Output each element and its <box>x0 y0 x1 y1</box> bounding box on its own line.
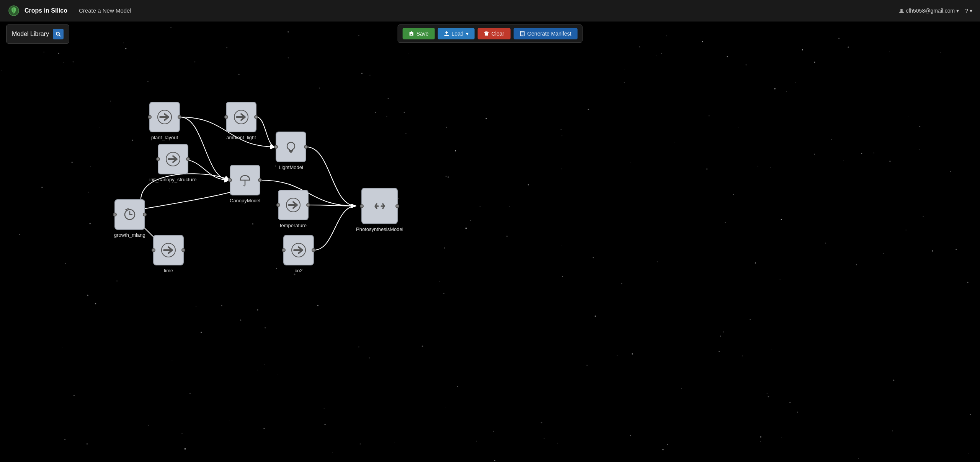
port-right-CanopyModel <box>258 178 262 182</box>
port-right-temperature <box>306 203 310 207</box>
node-box-growth_mlang <box>114 199 145 230</box>
node-label-CanopyModel: CanopyModel <box>230 198 260 203</box>
node-box-ambient_light <box>226 102 256 132</box>
port-left-ambient_light <box>224 115 228 119</box>
port-right-LightModel <box>304 145 308 149</box>
node-label-temperature: temperature <box>280 223 307 228</box>
load-dropdown-icon: ▾ <box>466 31 469 37</box>
port-right-plant_layout <box>178 115 181 119</box>
generate-manifest-button[interactable]: Generate Manifest <box>513 28 577 39</box>
port-left-temperature <box>276 203 280 207</box>
port-left-CanopyModel <box>228 178 232 182</box>
node-label-ambient_light: ambient_light <box>226 135 256 140</box>
svg-point-202 <box>56 32 59 35</box>
connections-layer <box>0 21 980 462</box>
save-button[interactable]: Save <box>403 28 435 39</box>
node-temperature[interactable]: temperature <box>278 190 309 228</box>
node-CanopyModel[interactable]: CanopyModel <box>230 165 260 203</box>
port-left-co2 <box>282 248 286 252</box>
node-box-co2 <box>283 235 314 265</box>
svg-rect-204 <box>485 33 488 36</box>
node-growth_mlang[interactable]: growth_mlang <box>114 199 145 238</box>
port-right-time <box>181 248 185 252</box>
model-library-title: Model Library <box>12 31 49 37</box>
node-label-co2: co2 <box>295 268 303 273</box>
port-right-init_canopy_structure <box>186 157 190 161</box>
app-name: Crops in Silico <box>24 7 67 14</box>
node-box-CanopyModel <box>230 165 260 195</box>
port-right-co2 <box>312 248 315 252</box>
upload-icon <box>444 31 449 36</box>
node-co2[interactable]: co2 <box>283 235 314 273</box>
node-PhotosynthesisModel[interactable]: PhotosynthesisModel <box>356 188 403 232</box>
node-box-PhotosynthesisModel <box>361 188 398 224</box>
page-title: Create a New Model <box>79 7 131 14</box>
port-right-ambient_light <box>254 115 258 119</box>
model-library-panel: Model Library <box>6 24 69 44</box>
user-icon <box>899 8 904 13</box>
node-ambient_light[interactable]: ambient_light <box>226 102 256 140</box>
node-label-LightModel: LightModel <box>279 164 303 170</box>
node-box-temperature <box>278 190 309 220</box>
save-icon <box>409 31 414 36</box>
toolbar: Save Load ▾ Clear Generate Manifest <box>398 24 583 43</box>
port-left-PhotosynthesisModel <box>360 204 364 208</box>
node-plant_layout[interactable]: plant_layout <box>149 102 180 140</box>
node-box-plant_layout <box>149 102 180 132</box>
model-canvas[interactable]: plant_layout init_canopy_structure ambie… <box>0 21 980 462</box>
node-time[interactable]: time <box>153 235 184 273</box>
model-library-search-button[interactable] <box>53 29 64 39</box>
node-label-plant_layout: plant_layout <box>151 135 178 140</box>
node-label-growth_mlang: growth_mlang <box>114 232 145 238</box>
node-box-time <box>153 235 184 265</box>
help-dropdown-icon: ▾ <box>970 8 972 14</box>
port-right-PhotosynthesisModel <box>395 204 399 208</box>
app-logo <box>8 5 20 17</box>
document-icon <box>519 31 525 36</box>
node-label-PhotosynthesisModel: PhotosynthesisModel <box>356 226 403 232</box>
navbar: Crops in Silico Create a New Model cfh50… <box>0 0 980 21</box>
port-right-growth_mlang <box>143 213 147 216</box>
user-dropdown-icon: ▾ <box>956 8 959 14</box>
node-box-LightModel <box>276 132 306 162</box>
help-menu[interactable]: ? ▾ <box>965 8 972 14</box>
svg-line-203 <box>59 35 60 37</box>
port-left-growth_mlang <box>113 213 117 216</box>
port-left-plant_layout <box>148 115 152 119</box>
trash-icon <box>484 31 489 36</box>
port-left-time <box>152 248 155 252</box>
port-left-init_canopy_structure <box>156 157 160 161</box>
search-icon <box>56 31 61 37</box>
node-init_canopy_structure[interactable]: init_canopy_structure <box>149 144 197 182</box>
port-left-LightModel <box>274 145 278 149</box>
user-menu[interactable]: cfh5058@gmail.com ▾ <box>899 8 959 14</box>
node-box-init_canopy_structure <box>158 144 188 174</box>
navbar-right: cfh5058@gmail.com ▾ ? ▾ <box>899 8 972 14</box>
clear-button[interactable]: Clear <box>478 28 510 39</box>
svg-point-201 <box>900 9 903 11</box>
node-LightModel[interactable]: LightModel <box>276 132 306 170</box>
node-label-time: time <box>164 268 173 273</box>
load-button[interactable]: Load ▾ <box>438 28 475 39</box>
node-label-init_canopy_structure: init_canopy_structure <box>149 177 197 182</box>
